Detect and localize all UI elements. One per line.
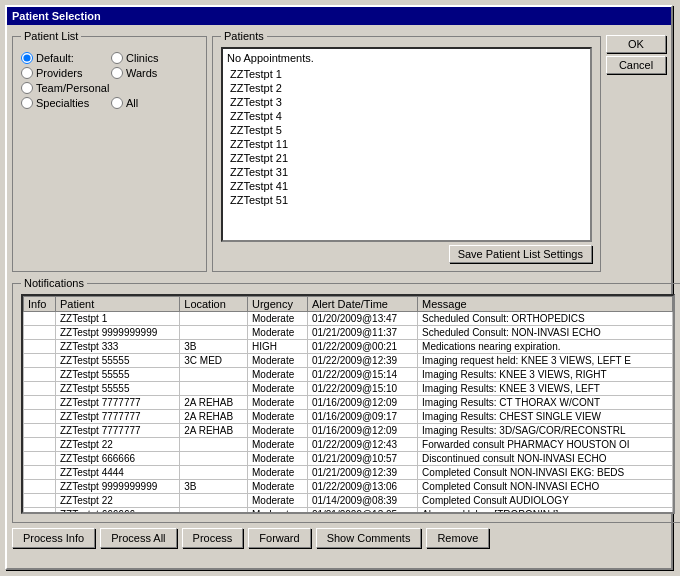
list-item[interactable]: ZZTestpt 41 bbox=[225, 179, 588, 193]
cell-urgency: Moderate bbox=[247, 466, 307, 480]
cell-location bbox=[180, 466, 248, 480]
radio-providers[interactable]: Providers bbox=[21, 67, 101, 79]
table-row[interactable]: ZZTestpt 666666Moderate01/21/2009@10:57D… bbox=[24, 452, 673, 466]
cell-date: 01/21/2009@12:39 bbox=[307, 466, 417, 480]
cell-date: 01/16/2009@12:09 bbox=[307, 424, 417, 438]
cell-location: 2A REHAB bbox=[180, 424, 248, 438]
cell-urgency: Moderate bbox=[247, 382, 307, 396]
table-row[interactable]: ZZTestpt 9999999999Moderate01/21/2009@11… bbox=[24, 326, 673, 340]
list-item[interactable]: ZZTestpt 5 bbox=[225, 123, 588, 137]
list-item[interactable]: ZZTestpt 51 bbox=[225, 193, 588, 207]
cell-patient: ZZTestpt 55555 bbox=[55, 354, 179, 368]
cell-patient: ZZTestpt 22 bbox=[55, 438, 179, 452]
cell-urgency: Moderate bbox=[247, 354, 307, 368]
cell-patient: ZZTestpt 666666 bbox=[55, 452, 179, 466]
cell-location bbox=[180, 368, 248, 382]
list-item[interactable]: ZZTestpt 21 bbox=[225, 151, 588, 165]
cell-info bbox=[24, 410, 56, 424]
cell-info bbox=[24, 354, 56, 368]
cell-message: Completed Consult NON-INVASI ECHO bbox=[418, 480, 673, 494]
table-row[interactable]: ZZTestpt 55555Moderate01/22/2009@15:14Im… bbox=[24, 368, 673, 382]
cell-date: 01/22/2009@15:10 bbox=[307, 382, 417, 396]
col-message: Message bbox=[418, 297, 673, 312]
table-row[interactable]: ZZTestpt 77777772A REHABModerate01/16/20… bbox=[24, 424, 673, 438]
cell-info bbox=[24, 480, 56, 494]
radio-all[interactable]: All bbox=[111, 97, 191, 109]
cell-patient: ZZTestpt 7777777 bbox=[55, 424, 179, 438]
patients-panel: Patients No Appointments. ZZTestpt 1 ZZT… bbox=[212, 30, 601, 272]
cell-location bbox=[180, 326, 248, 340]
cell-location bbox=[180, 452, 248, 466]
cell-message: Imaging Results: KNEE 3 VIEWS, LEFT bbox=[418, 382, 673, 396]
cell-patient: ZZTestpt 9999999999 bbox=[55, 480, 179, 494]
cell-message: Completed Consult AUDIOLOGY bbox=[418, 494, 673, 508]
cell-location bbox=[180, 494, 248, 508]
list-item[interactable]: ZZTestpt 11 bbox=[225, 137, 588, 151]
cell-urgency: Moderate bbox=[247, 452, 307, 466]
cell-info bbox=[24, 312, 56, 326]
table-row[interactable]: ZZTestpt 77777772A REHABModerate01/16/20… bbox=[24, 396, 673, 410]
radio-team[interactable]: Team/Personal bbox=[21, 82, 109, 94]
list-item[interactable]: ZZTestpt 1 bbox=[225, 67, 588, 81]
dialog-title: Patient Selection bbox=[12, 10, 101, 22]
col-info: Info bbox=[24, 297, 56, 312]
list-item[interactable]: ZZTestpt 3 bbox=[225, 95, 588, 109]
table-row[interactable]: ZZTestpt 666666Moderate01/21/2009@13:05A… bbox=[24, 508, 673, 515]
cell-message: Imaging Results: KNEE 3 VIEWS, RIGHT bbox=[418, 368, 673, 382]
list-item[interactable]: ZZTestpt 2 bbox=[225, 81, 588, 95]
cell-info bbox=[24, 494, 56, 508]
cell-date: 01/22/2009@12:43 bbox=[307, 438, 417, 452]
cell-patient: ZZTestpt 4444 bbox=[55, 466, 179, 480]
cell-message: Scheduled Consult: ORTHOPEDICS bbox=[418, 312, 673, 326]
table-row[interactable]: ZZTestpt 22Moderate01/22/2009@12:43Forwa… bbox=[24, 438, 673, 452]
bottom-action-bar: Process Info Process All Process Forward… bbox=[12, 528, 666, 548]
table-row[interactable]: ZZTestpt 99999999993BModerate01/22/2009@… bbox=[24, 480, 673, 494]
process-all-button[interactable]: Process All bbox=[100, 528, 176, 548]
table-row[interactable]: ZZTestpt 77777772A REHABModerate01/16/20… bbox=[24, 410, 673, 424]
notifications-table-container[interactable]: Info Patient Location Urgency Alert Date… bbox=[21, 294, 675, 514]
show-comments-button[interactable]: Show Comments bbox=[316, 528, 422, 548]
save-patient-list-button[interactable]: Save Patient List Settings bbox=[449, 245, 592, 263]
table-row[interactable]: ZZTestpt 4444Moderate01/21/2009@12:39Com… bbox=[24, 466, 673, 480]
cell-info bbox=[24, 340, 56, 354]
cell-date: 01/22/2009@13:06 bbox=[307, 480, 417, 494]
remove-button[interactable]: Remove bbox=[426, 528, 489, 548]
radio-wards[interactable]: Wards bbox=[111, 67, 191, 79]
radio-clinics[interactable]: Clinics bbox=[111, 52, 191, 64]
cancel-button[interactable]: Cancel bbox=[606, 56, 666, 74]
table-row[interactable]: ZZTestpt 1Moderate01/20/2009@13:47Schedu… bbox=[24, 312, 673, 326]
patient-list-panel: Patient List Default: Clinics bbox=[12, 30, 207, 272]
cell-date: 01/22/2009@12:39 bbox=[307, 354, 417, 368]
cell-info bbox=[24, 452, 56, 466]
process-info-button[interactable]: Process Info bbox=[12, 528, 95, 548]
ok-button[interactable]: OK bbox=[606, 35, 666, 53]
table-row[interactable]: ZZTestpt 22Moderate01/14/2009@08:39Compl… bbox=[24, 494, 673, 508]
cell-info bbox=[24, 466, 56, 480]
col-date: Alert Date/Time bbox=[307, 297, 417, 312]
radio-specialties[interactable]: Specialties bbox=[21, 97, 101, 109]
cell-location: 2A REHAB bbox=[180, 410, 248, 424]
table-row[interactable]: ZZTestpt 555553C MEDModerate01/22/2009@1… bbox=[24, 354, 673, 368]
cell-urgency: Moderate bbox=[247, 508, 307, 515]
cell-location bbox=[180, 508, 248, 515]
cell-info bbox=[24, 508, 56, 515]
process-button[interactable]: Process bbox=[182, 528, 244, 548]
radio-default[interactable]: Default: bbox=[21, 52, 101, 64]
list-item[interactable]: ZZTestpt 31 bbox=[225, 165, 588, 179]
list-item[interactable]: ZZTestpt 4 bbox=[225, 109, 588, 123]
forward-button[interactable]: Forward bbox=[248, 528, 310, 548]
table-row[interactable]: ZZTestpt 3333BHIGH01/22/2009@00:21Medica… bbox=[24, 340, 673, 354]
cell-location: 3B bbox=[180, 480, 248, 494]
cell-patient: ZZTestpt 666666 bbox=[55, 508, 179, 515]
notifications-legend: Notifications bbox=[21, 277, 87, 289]
table-row[interactable]: ZZTestpt 55555Moderate01/22/2009@15:10Im… bbox=[24, 382, 673, 396]
cell-date: 01/20/2009@13:47 bbox=[307, 312, 417, 326]
patient-selection-dialog: Patient Selection Patient List Default: … bbox=[5, 5, 673, 570]
cell-urgency: Moderate bbox=[247, 396, 307, 410]
cell-info bbox=[24, 424, 56, 438]
cell-message: Forwarded consult PHARMACY HOUSTON OI bbox=[418, 438, 673, 452]
cell-date: 01/16/2009@09:17 bbox=[307, 410, 417, 424]
cell-location: 3C MED bbox=[180, 354, 248, 368]
patients-listbox[interactable]: No Appointments. ZZTestpt 1 ZZTestpt 2 Z… bbox=[221, 47, 592, 242]
cell-message: Imaging Results: CT THORAX W/CONT bbox=[418, 396, 673, 410]
